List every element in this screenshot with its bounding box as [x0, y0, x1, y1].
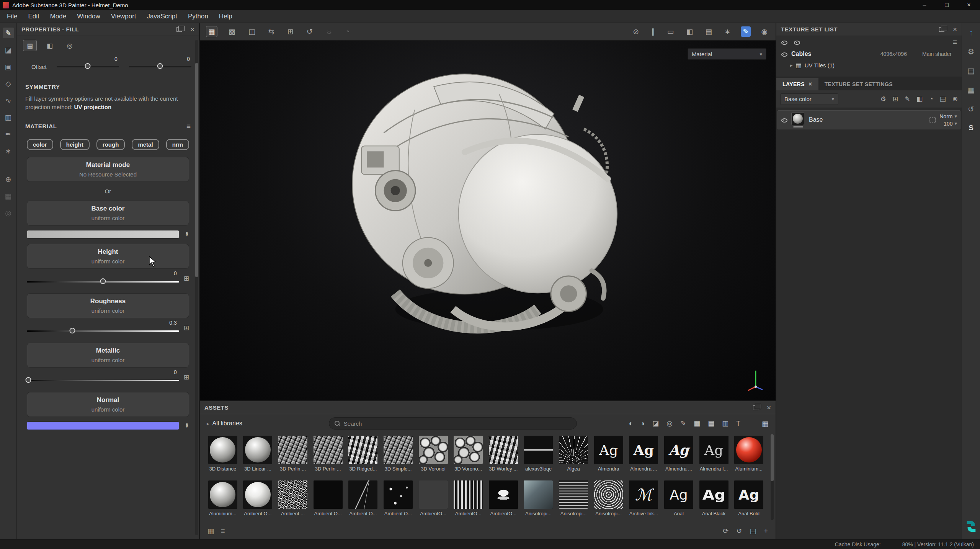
paint-tool[interactable]: ✎: [3, 28, 14, 38]
capture-icon[interactable]: ◉: [759, 26, 769, 37]
asset-tile[interactable]: Algea: [557, 436, 590, 477]
roughness-box[interactable]: Roughness uniform color: [27, 293, 189, 318]
float-panel-icon[interactable]: [176, 27, 182, 32]
properties-scrollbar[interactable]: [195, 40, 198, 535]
asset-tile[interactable]: 3D Linear ...: [242, 436, 274, 477]
visibility-icon[interactable]: [794, 39, 800, 45]
asset-tile[interactable]: 3D Perlin ...: [277, 436, 309, 477]
share-icon[interactable]: ↑: [969, 28, 973, 37]
float-panel-icon[interactable]: [939, 27, 944, 32]
channel-toggle[interactable]: nrm: [166, 139, 189, 150]
rect-capture-icon[interactable]: ▭: [665, 26, 676, 37]
assets-scrollbar-thumb[interactable]: [771, 434, 774, 481]
alphas-filter-icon[interactable]: ▦: [694, 419, 700, 428]
asset-search[interactable]: [329, 417, 577, 430]
metallic-box[interactable]: Metallic uniform color: [27, 343, 189, 368]
display-settings-icon[interactable]: ⚙: [968, 47, 975, 56]
add-effect-icon[interactable]: ⚙: [880, 95, 886, 103]
particle-brush-icon[interactable]: ∗: [723, 26, 733, 37]
asset-tile[interactable]: Ag Arial Bold: [733, 480, 765, 521]
normal-box[interactable]: Normal uniform color: [27, 392, 189, 417]
asset-tile[interactable]: 3D Vorono...: [452, 436, 484, 477]
sync-assets-icon[interactable]: ⟳: [723, 527, 728, 535]
menu-item[interactable]: Viewport: [106, 10, 142, 23]
channel-toggle[interactable]: color: [27, 139, 53, 150]
float-panel-icon[interactable]: [753, 405, 758, 410]
asset-tile[interactable]: Ag Almendra ...: [663, 436, 695, 477]
asset-tile[interactable]: Ag Almendra: [593, 436, 625, 477]
menu-item[interactable]: Python: [183, 10, 214, 23]
channel-toggle[interactable]: metal: [132, 139, 159, 150]
fill-gradient-tab-icon[interactable]: ◧: [43, 40, 57, 51]
fill-object-icon[interactable]: ◧: [684, 26, 695, 37]
materials-filter-icon[interactable]: ◐: [629, 420, 633, 428]
blend-mode-dropdown[interactable]: Norm ▾: [939, 113, 957, 119]
layer-visibility-icon[interactable]: [781, 117, 787, 123]
projection-tool[interactable]: ▣: [3, 61, 14, 72]
add-asset-icon[interactable]: +: [764, 527, 768, 535]
paint-brush-icon[interactable]: ✎: [741, 26, 751, 37]
delete-layer-icon[interactable]: ⊗: [952, 95, 958, 103]
height-box[interactable]: Height uniform color: [27, 244, 189, 269]
minimize-button[interactable]: –: [913, 0, 936, 10]
texture-set-row[interactable]: Cables 4096x4096 Main shader: [776, 48, 962, 60]
eraser-tool[interactable]: ◪: [3, 44, 14, 55]
tab-texture-set-settings[interactable]: TEXTURE SET SETTINGS: [818, 78, 899, 90]
add-smart-material-icon[interactable]: ◔: [929, 95, 933, 103]
properties-scrollbar-thumb[interactable]: [195, 63, 198, 277]
grid-view-icon[interactable]: ▦: [762, 419, 769, 428]
fill-material-tab-icon[interactable]: ▤: [23, 40, 37, 51]
mirror-icon[interactable]: ⇆: [266, 26, 276, 37]
list-view-icon[interactable]: ≡: [221, 527, 225, 535]
asset-tile[interactable]: Anisotropi...: [593, 480, 625, 521]
hide-ui-icon[interactable]: ⊘: [631, 26, 641, 37]
add-folder-icon[interactable]: ▤: [940, 95, 946, 103]
close-panel-icon[interactable]: ×: [767, 404, 771, 411]
asset-tile[interactable]: Ambient O...: [312, 480, 344, 521]
offset-v-slider[interactable]: 0: [129, 56, 191, 74]
maximize-button[interactable]: □: [936, 0, 958, 10]
offset-v-handle[interactable]: [157, 63, 163, 69]
asset-tile[interactable]: Aluminium...: [733, 436, 765, 477]
smart-materials-filter-icon[interactable]: ◑: [640, 420, 645, 428]
shelf-icon[interactable]: ▦: [967, 85, 975, 95]
height-handle[interactable]: [100, 278, 106, 284]
recent-assets-icon[interactable]: ↺: [736, 527, 742, 535]
asset-tile[interactable]: AmbientO...: [452, 480, 484, 521]
fonts-filter-icon[interactable]: T: [736, 420, 740, 428]
asset-tile[interactable]: 3D Simple...: [382, 436, 414, 477]
list-options-icon[interactable]: ≡: [953, 38, 957, 46]
assets-scrollbar[interactable]: [771, 434, 774, 520]
roughness-handle[interactable]: [70, 328, 75, 333]
camera-film-icon[interactable]: ▤: [704, 26, 714, 37]
reset-history-icon[interactable]: ↺: [305, 26, 315, 37]
baking-mode-tool[interactable]: ◎: [3, 208, 14, 218]
menu-item[interactable]: Help: [214, 10, 238, 23]
add-layer-icon[interactable]: ⊞: [893, 95, 898, 103]
environments-filter-icon[interactable]: ▥: [722, 419, 728, 428]
asset-tile[interactable]: Ag Arial Black: [698, 480, 730, 521]
polygon-fill-tool[interactable]: ◇: [3, 78, 14, 89]
smudge-tool[interactable]: ∿: [3, 95, 14, 106]
asset-tile[interactable]: alexav3loqc: [523, 436, 555, 477]
shader-mode-dropdown[interactable]: Material ▾: [688, 48, 766, 60]
asset-tile[interactable]: AmbientO...: [417, 480, 449, 521]
close-panel-icon[interactable]: ×: [953, 26, 957, 33]
base-color-box[interactable]: Base color uniform color: [27, 201, 189, 225]
offset-u-handle[interactable]: [85, 63, 91, 69]
add-frame-icon[interactable]: ⊞: [286, 26, 296, 37]
layer-thumbnail[interactable]: [791, 112, 804, 125]
search-input[interactable]: [344, 420, 571, 427]
particles-tool[interactable]: ∗: [3, 145, 14, 156]
asset-tile[interactable]: AmbientO...: [487, 480, 519, 521]
textures-filter-icon[interactable]: ▤: [708, 419, 714, 428]
fill-sphere-tab-icon[interactable]: ◎: [63, 40, 77, 51]
add-fill-layer-icon[interactable]: ◧: [916, 95, 923, 103]
sun-icon[interactable]: ☼: [324, 27, 334, 37]
asset-tile[interactable]: Ambient O...: [242, 480, 274, 521]
material-options-icon[interactable]: ≡: [186, 122, 191, 131]
asset-tile[interactable]: Ag Arial: [663, 480, 695, 521]
channel-dropdown[interactable]: Base color ▾: [780, 93, 838, 105]
tab-layers[interactable]: LAYERS ×: [776, 78, 818, 90]
roughness-slider[interactable]: 0.3: [27, 319, 179, 337]
